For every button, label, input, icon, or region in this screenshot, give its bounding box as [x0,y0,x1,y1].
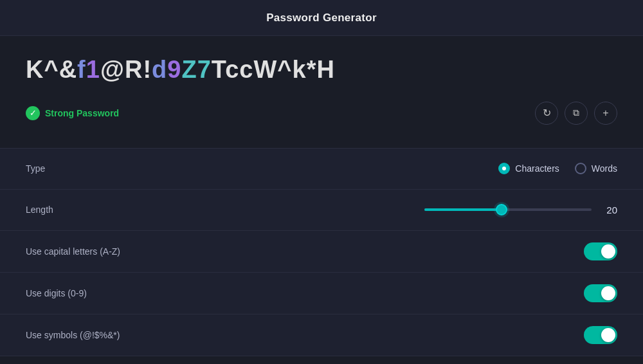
pw-char-W: W [253,56,277,83]
pw-char-1: 1 [86,56,100,83]
type-row: Type Characters Words [0,149,643,190]
pw-char-k: k [293,56,307,83]
app-title: Password Generator [266,12,377,24]
pw-char-caret2: ^ [277,56,292,83]
strength-indicator: ✓ Strong Password [26,106,119,120]
pw-char-caret1: ^ [44,56,59,83]
pw-char-Z: Z [181,56,197,83]
words-label: Words [592,163,617,174]
add-icon: + [602,107,608,119]
settings-section: Type Characters Words Length 20 Use capi… [0,148,643,356]
pw-char-amp: & [59,56,77,83]
password-area: K^&f1@R!d9Z7TccW^k*H ✓ Strong Password ↻… [0,36,643,148]
capital-toggle[interactable] [584,242,617,260]
digits-label: Use digits (0-9) [26,288,87,298]
symbols-row: Use symbols (@!$%&*) [0,314,643,356]
pw-char-excl: ! [143,56,152,83]
slider-thumb[interactable] [496,204,507,215]
digits-row: Use digits (0-9) [0,273,643,314]
password-display: K^&f1@R!d9Z7TccW^k*H [26,55,617,85]
characters-option[interactable]: Characters [498,163,559,174]
symbols-toggle[interactable] [584,326,617,344]
add-button[interactable]: + [594,102,617,125]
words-option[interactable]: Words [575,163,617,174]
pw-char-9: 9 [167,56,181,83]
strength-label: Strong Password [45,108,119,118]
digits-toggle[interactable] [584,284,617,302]
pw-char-c2: c [239,56,253,83]
action-buttons: ↻ ⧉ + [535,102,617,125]
pw-char-f: f [77,56,86,83]
type-label: Type [26,163,45,174]
slider-container: 20 [424,205,617,215]
length-label: Length [26,205,53,215]
refresh-button[interactable]: ↻ [535,102,558,125]
pw-char-K: K [26,56,44,83]
pw-char-R: R [125,56,143,83]
pw-char-7: 7 [197,56,212,83]
copy-icon: ⧉ [573,107,579,118]
app-header: Password Generator [0,0,643,36]
type-options: Characters Words [498,163,617,174]
pw-char-c1: c [225,56,239,83]
pw-char-T: T [212,56,225,83]
capital-row: Use capital letters (A-Z) [0,231,643,273]
slider-track[interactable] [424,208,592,211]
pw-char-at: @ [100,56,125,83]
slider-fill [424,208,505,211]
pw-char-d: d [152,56,167,83]
pw-char-star: * [307,56,317,83]
refresh-icon: ↻ [543,107,551,119]
words-radio[interactable] [575,163,586,174]
pw-char-H: H [317,56,335,83]
symbols-label: Use symbols (@!$%&*) [26,330,120,340]
length-value: 20 [602,205,617,215]
capital-label: Use capital letters (A-Z) [26,246,120,257]
shield-icon: ✓ [26,106,40,120]
characters-radio[interactable] [498,163,510,174]
status-bar: ✓ Strong Password ↻ ⧉ + [26,96,617,135]
length-row: Length 20 [0,190,643,231]
characters-label: Characters [515,163,559,174]
copy-button[interactable]: ⧉ [565,102,588,125]
